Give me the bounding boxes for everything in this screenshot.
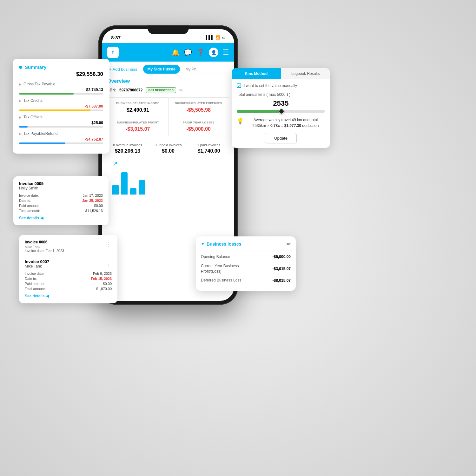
inv-card-1-header: Invoice 0005 Holly Smith ⋮ <box>19 181 103 190</box>
row-value-1: $2,749.13 <box>19 88 103 92</box>
inv-1-paid-value: $0.00 <box>94 204 103 208</box>
inv-1-title: Invoice 0005 <box>19 181 43 186</box>
row-label-4: Tax Payable/Refund <box>23 131 57 136</box>
inv-1-invoice-date-label: Invoice date: <box>19 194 39 197</box>
inv-1-see-details-arrow: ◀ <box>40 216 43 220</box>
phone-content: Overview ABN: 59787906872 GST REGISTERED… <box>102 74 234 199</box>
update-button[interactable]: Update <box>265 133 297 143</box>
expenses-cell: BUSINESS-RELATED EXPENSES -$5,505.98 <box>169 98 229 117</box>
wifi-icon: 📶 <box>215 35 220 40</box>
inv-2-title: Invoice 0007 <box>25 259 49 264</box>
inv-2-see-details-label: See details <box>25 294 45 298</box>
losses-current-value: -$3,015.07 <box>273 267 291 271</box>
menu-icon[interactable]: ☰ <box>223 48 229 56</box>
inv-2-invoice-date-row: Invoice date: Feb 9, 2023 <box>25 272 112 275</box>
losses-current-row: Current Year Business Profit/(Loss) -$3,… <box>201 263 291 274</box>
inv-2-see-details[interactable]: See details ◀ <box>25 294 112 298</box>
row-arrow-4: ▶ <box>19 132 22 136</box>
losses-expand-arrow[interactable]: ▼ <box>201 242 205 246</box>
losses-deferred-row: Deferred Business Loss -$8,015.07 <box>201 278 291 283</box>
avatar-image: 👤 <box>211 50 216 55</box>
progress-fill-4 <box>19 142 65 144</box>
battery-icon: ▭ <box>222 35 225 40</box>
progress-bg-1 <box>19 93 103 95</box>
inv-2-total-value: $1,870.00 <box>96 287 112 291</box>
kms-body: ✓ I want to set the value manually Total… <box>232 79 330 148</box>
invoice-card-1: Invoice 0005 Holly Smith ⋮ Invoice date:… <box>13 176 109 225</box>
kms-slider-track[interactable] <box>237 110 325 113</box>
inv-2-due-date-row: Date to: Feb 15, 2023 <box>25 277 112 281</box>
row-value-3: $25.00 <box>19 121 103 125</box>
manual-value-label: I want to set the value manually <box>244 83 297 88</box>
lightbulb-icon: 💡 <box>237 118 244 125</box>
chart-bar-2 <box>121 172 128 195</box>
summary-total: $29,556.30 <box>19 71 103 77</box>
inv-divider <box>25 256 112 256</box>
my-side-hussle-tab[interactable]: My Side Hussle <box>143 65 180 74</box>
overdue-count: 8 overdue invoices <box>109 143 146 147</box>
gst-badge: GST REGISTERED <box>146 87 176 93</box>
chart-area <box>107 169 229 195</box>
kms-checkbox-row: ✓ I want to set the value manually <box>237 83 325 88</box>
paid-amount: $1,740.00 <box>190 148 227 154</box>
unpaid-col: 0 unpaid invoices $0.00 <box>148 141 188 156</box>
progress-fill-3 <box>19 126 28 128</box>
summary-title: Summary <box>25 64 46 70</box>
header-icons: 🔔 💬 ❓ 👤 ☰ <box>172 48 229 57</box>
notification-icon[interactable]: 🔔 <box>172 49 180 56</box>
summary-row-tax-payable: ▶ Tax Payable/Refund -$4,762.87 <box>19 131 103 144</box>
profit-value: -$3,015.07 <box>111 126 165 132</box>
kms-tabs: Kms Method Logbook Results <box>232 68 330 79</box>
losses-deferred-value: -$8,015.07 <box>273 278 291 283</box>
chat-icon[interactable]: 💬 <box>184 49 192 56</box>
manual-value-checkbox[interactable]: ✓ <box>237 83 241 88</box>
inv-1-see-details-label: See details <box>19 216 39 220</box>
losses-label: PRIOR YEAR LOSSES <box>172 121 226 125</box>
income-value: $2,490.91 <box>111 107 165 113</box>
kms-slider-thumb[interactable] <box>279 109 284 114</box>
inv-2-see-details-arrow: ◀ <box>46 294 49 298</box>
inv-2-total-row: Total amount: $1,870.00 <box>25 287 112 291</box>
summary-row-gross-tax: ▶ Gross Tax Payable $2,749.13 <box>19 82 103 95</box>
overdue-amount: $20,206.13 <box>109 148 146 154</box>
avatar-icon[interactable]: 👤 <box>209 48 218 57</box>
overdue-col: 8 overdue invoices $20,206.13 <box>107 141 148 156</box>
inv-1-menu-icon[interactable]: ⋮ <box>97 182 103 189</box>
paid-col: 1 paid invoices $1,740.00 <box>188 141 229 156</box>
losses-current-label: Current Year Business Profit/(Loss) <box>201 263 252 274</box>
losses-title: Business losses <box>207 241 241 247</box>
inv-1-see-details[interactable]: See details ◀ <box>19 216 103 220</box>
chart-bar-1 <box>112 185 119 195</box>
inv-2-invoice-date-label: Invoice date: <box>25 272 44 275</box>
inv-2-menu-icon[interactable]: ⋮ <box>106 261 112 268</box>
add-business-tab[interactable]: + Add business <box>106 65 141 74</box>
inv-1-paid-label: Paid amount: <box>19 204 40 208</box>
summary-dot <box>19 66 22 69</box>
row-value-2: -$7,537.00 <box>19 104 103 109</box>
inv-1-total-label: Total amount: <box>19 209 40 213</box>
kms-value: 2535 <box>237 99 325 108</box>
unpaid-amount: $0.00 <box>150 148 187 154</box>
progress-fill-1 <box>19 93 74 95</box>
logbook-results-tab[interactable]: Logbook Results <box>281 68 330 79</box>
inv-partial-date-value: Feb 1, 2023 <box>45 249 64 253</box>
inv-1-due-date-value: Jan 25, 2023 <box>82 199 103 202</box>
expenses-value: -$5,505.98 <box>172 107 226 113</box>
inv-1-invoice-date-row: Invoice date: Jan 17, 2023 <box>19 194 103 197</box>
stats-grid: BUSINESS-RELATED INCOME $2,490.91 BUSINE… <box>107 97 229 136</box>
summary-card: Summary $29,556.30 ▶ Gross Tax Payable $… <box>13 59 109 154</box>
kms-description: Average weekly travel 49 km and total 25… <box>246 117 325 129</box>
inv-partial-menu-icon[interactable]: ⋮ <box>106 241 112 248</box>
inv-2-invoice-date-value: Feb 9, 2023 <box>93 272 112 275</box>
row-label-3: Tax Offsets <box>23 115 43 119</box>
total-kms-label: Total annual kms ( max 5000 ℹ ) <box>237 92 325 97</box>
my-ph-tab[interactable]: My Ph... <box>182 65 203 74</box>
abn-number: 59787906872 <box>119 88 142 92</box>
edit-icon[interactable]: ✏ <box>179 88 183 93</box>
help-icon[interactable]: ❓ <box>196 49 204 56</box>
inv-2-paid-label: Paid amount: <box>25 282 45 286</box>
losses-body: Opening Balance -$5,000.00 Current Year … <box>196 250 296 291</box>
losses-edit-icon[interactable]: ✏ <box>287 241 291 247</box>
inv-1-total-value: $11,526.13 <box>85 209 103 213</box>
kms-method-tab[interactable]: Kms Method <box>232 68 281 79</box>
